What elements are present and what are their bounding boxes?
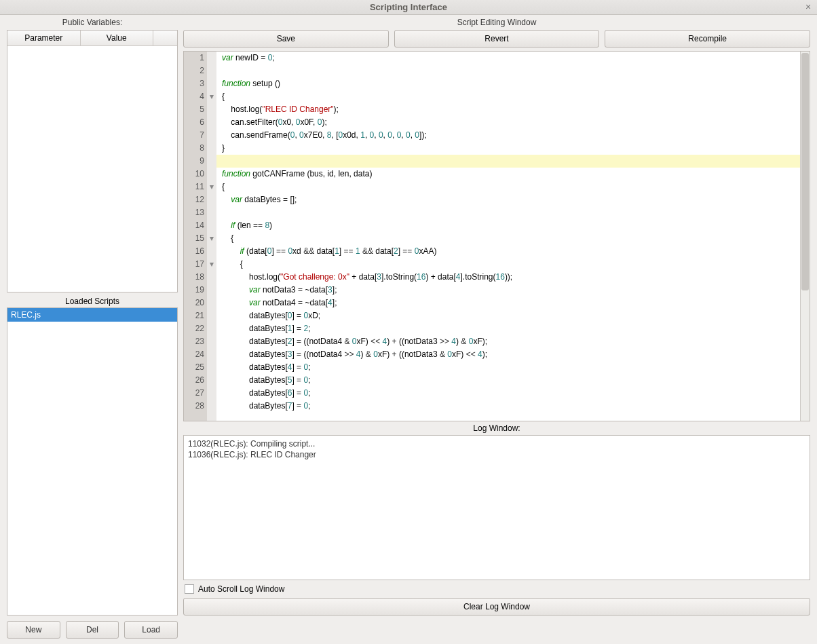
clear-log-button[interactable]: Clear Log Window — [183, 598, 810, 615]
loaded-scripts-label: Loaded Scripts — [7, 292, 178, 307]
log-window-label: Log Window: — [183, 421, 810, 435]
list-item[interactable]: RLEC.js — [7, 308, 177, 322]
new-button[interactable]: New — [7, 621, 60, 639]
del-button[interactable]: Del — [66, 621, 119, 639]
line-number-gutter: 1234567891011121314151617181920212223242… — [184, 52, 207, 421]
col-value[interactable]: Value — [81, 31, 154, 45]
auto-scroll-label: Auto Scroll Log Window — [198, 584, 284, 594]
col-extra — [153, 31, 177, 45]
save-button[interactable]: Save — [183, 30, 389, 48]
script-editing-label: Script Editing Window — [183, 15, 810, 30]
code-editor[interactable]: 1234567891011121314151617181920212223242… — [183, 51, 810, 421]
public-variables-table[interactable]: Parameter Value — [7, 30, 178, 292]
editor-scrollbar[interactable] — [800, 52, 810, 421]
fold-gutter[interactable]: ▾▾▾▾ — [207, 52, 216, 421]
auto-scroll-checkbox[interactable] — [185, 584, 194, 594]
log-window[interactable]: 11032(RLEC.js): Compiling script...11036… — [183, 435, 810, 580]
recompile-button[interactable]: Recompile — [605, 30, 810, 48]
window-title: Scripting Interface — [0, 2, 817, 12]
load-button[interactable]: Load — [124, 621, 178, 639]
col-parameter[interactable]: Parameter — [7, 31, 81, 45]
public-variables-label: Public Variables: — [7, 15, 178, 30]
loaded-scripts-list[interactable]: RLEC.js — [7, 307, 178, 615]
revert-button[interactable]: Revert — [394, 30, 600, 48]
close-icon[interactable]: × — [803, 2, 813, 12]
code-area[interactable]: var newID = 0;function setup (){ host.lo… — [216, 52, 800, 421]
titlebar[interactable]: Scripting Interface × — [0, 0, 817, 15]
